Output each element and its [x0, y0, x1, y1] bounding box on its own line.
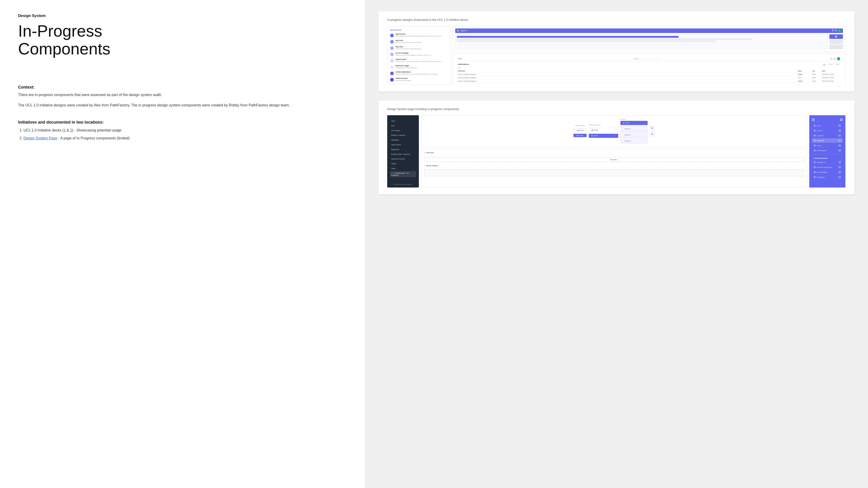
notif-date: 2023-08-14 2:12pm: [822, 80, 840, 82]
nav-item-content[interactable]: Content ∨: [812, 128, 843, 133]
nav-item-microsite[interactable]: Microsite components ∨: [812, 165, 843, 169]
nav-path: ☰ App ›: [458, 58, 463, 59]
sidebar-item-left-nav[interactable]: Left Navigation Bar: [390, 187, 416, 188]
avatar: A: [838, 29, 841, 32]
nav-item-home[interactable]: Home ∨: [812, 123, 843, 128]
table-row: Person C updated Campaign 4 Unread Email…: [458, 79, 840, 83]
nav-label-visitors: Visitors: [814, 144, 822, 147]
extra-icon: [839, 129, 841, 132]
header-sidebar-label: ◇ Header Sidebar: [424, 165, 804, 167]
context-paragraph-2: The UCL 1.0 Initiative designs were crea…: [18, 102, 349, 108]
experiences-text: Experiences: [817, 162, 826, 163]
sidebar-item-navigation[interactable]: Navigation: [390, 138, 416, 142]
nav-item-visitors[interactable]: Visitors ∨: [812, 143, 843, 148]
visitors-icon: [814, 144, 815, 147]
chevron-icon: ∨: [837, 130, 838, 131]
full-nav-bar: Home ∨ Content ∨: [809, 115, 845, 188]
col-date: Date ↑: [822, 70, 840, 72]
list-item: Design System Page - A page of In Progre…: [24, 135, 349, 141]
extra-icon: [839, 161, 841, 163]
design-system-section: Design System page including in-progress…: [378, 101, 855, 194]
sub-item-2: Sub Item 2: [620, 131, 648, 137]
list-item-dot: [390, 34, 394, 37]
icon-inner: [651, 127, 653, 129]
nav-item-actions-segments: ∨: [837, 134, 841, 137]
home-active-label: 🏠 Home: [591, 135, 598, 137]
sidebar-item-progress[interactable]: Progress Bars / Spinners: [390, 152, 416, 156]
sidebar-item-icon[interactable]: Icon: [390, 124, 416, 128]
design-system-page-link[interactable]: Design System Page: [24, 136, 57, 140]
nav-item-segments[interactable]: Segments ∨: [812, 133, 843, 138]
sub-item-3: Sub Item 3: [620, 137, 648, 143]
bar-item: [457, 36, 679, 38]
initiatives-section: Initiatives and documented in two locati…: [18, 120, 349, 143]
link-2[interactable]: 2: [70, 128, 72, 132]
nav-item-actions-accounts: ∨: [837, 139, 841, 142]
segments-text: Segments: [817, 135, 824, 136]
sidebar-item-page-layout[interactable]: Page Layout: [390, 142, 416, 147]
campaigns-text: Campaigns: [817, 176, 825, 178]
nav-item-accounts[interactable]: Accounts ∨: [812, 138, 843, 143]
nav-item-path-analytics[interactable]: Path Analytics ∨: [812, 148, 843, 153]
sidebar-item-left-nav-collapsed[interactable]: Left Nav Menu Item Collapsed: [390, 181, 416, 186]
ds-right-nav: Home ∨ Content ∨: [809, 115, 845, 188]
nav-item-actions-personalization: ∨: [837, 171, 841, 173]
chevron-icon: ∨: [837, 161, 838, 163]
top-icons: [830, 57, 840, 60]
icon-box: [650, 126, 654, 130]
nav-item-experiences[interactable]: Experiences ∨: [812, 160, 843, 164]
analytics-icon: [814, 150, 815, 151]
left-nav-menu-demo: Left Nav Menu Item 🏠 Home ∨ 🏠 Home ∧: [589, 124, 618, 138]
list-item: Unified notifications Displays notificat…: [390, 71, 447, 75]
tile: [829, 34, 843, 39]
nav-item-personalization[interactable]: Personalization ∨: [812, 170, 843, 174]
home-text: Home: [817, 125, 821, 127]
nav-icon-2: [835, 29, 837, 31]
app-launcher-title: App launcher: [390, 29, 447, 31]
list-item: Unified search Performs search across en…: [390, 59, 447, 63]
nav-label-content: Content: [814, 130, 822, 131]
notif-title: Notifications: [458, 63, 469, 65]
nav-label-home: Home: [814, 125, 821, 127]
menu-item-new-demo: Menu Item New Main Text Main Text ›: [574, 125, 587, 137]
sidebar-item-input[interactable]: Input: [390, 119, 416, 123]
list-item: UCL 1.0 Initiative decks (1 & 2) - Showc…: [24, 127, 349, 133]
extra-icon: [839, 176, 841, 178]
icon-tiles: [829, 34, 843, 49]
sidebar-item-modals[interactable]: Modals / Popovers: [390, 133, 416, 137]
icon-demo: [650, 126, 654, 136]
nav-item-campaigns[interactable]: Campaigns ∨: [812, 175, 843, 180]
nav-item-demos: Menu Item New Main Text Main Text › Left…: [421, 115, 807, 147]
nav-item-actions-microsite: ∨: [837, 166, 841, 168]
hamburger-icon: [812, 119, 815, 121]
tab-all[interactable]: All: [823, 63, 826, 65]
chevron-icon: ∨: [837, 150, 838, 151]
visitors-text: Visitors: [817, 145, 822, 147]
nav-item-actions-campaigns: ∨: [837, 176, 841, 178]
main-text-filled: Main Text ›: [574, 134, 587, 137]
extra-icon: [839, 144, 841, 147]
nav-label-personalization: Personalization: [814, 171, 828, 173]
chevron-icon: ∨: [837, 166, 838, 168]
ds-center-panels: Menu Item New Main Text Main Text › Left…: [421, 115, 807, 188]
ds-sidebar: Input Icon List Groups Modals / Popovers…: [387, 115, 419, 188]
nav-item-actions-experiences: ∨: [837, 161, 841, 163]
sidebar-item-toast[interactable]: Toast: [390, 166, 416, 170]
notif-status: Unread: [798, 74, 811, 75]
sub-item-box: Sub Item 1: [424, 157, 804, 162]
list-item-dot: [390, 72, 394, 75]
sidebar-item-tables[interactable]: Tables: [390, 162, 416, 166]
tab-read[interactable]: Read: [835, 63, 840, 65]
sidebar-item-pagination[interactable]: Pagination: [390, 147, 416, 152]
list-item-dot: [390, 65, 394, 69]
sidebar-item-selection[interactable]: Selection Controls: [390, 157, 416, 161]
segments-icon: [814, 135, 815, 136]
nav-item-actions-visitors: ∨: [837, 144, 841, 147]
sub-item-label: Sub Item 1: [624, 128, 631, 129]
tab-content[interactable]: Content: [827, 63, 834, 65]
notif-header: Notifications All Content Read: [458, 63, 840, 65]
extra-icon: [839, 149, 841, 152]
sidebar-item-components[interactable]: ✓ ** Components ** (In Progress): [390, 171, 416, 177]
link-1[interactable]: 1: [64, 128, 66, 132]
sidebar-item-list-groups[interactable]: List Groups: [390, 128, 416, 133]
